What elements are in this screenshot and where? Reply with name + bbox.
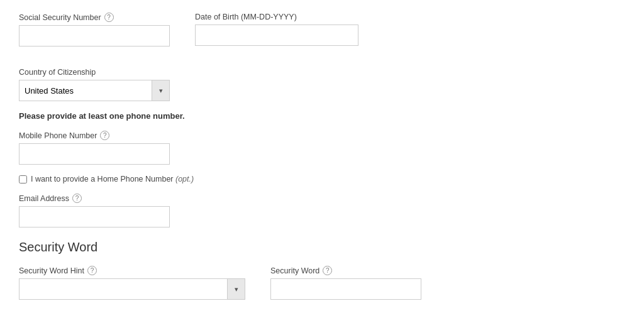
email-help-icon[interactable]: ? (72, 194, 82, 203)
security-word-label: Security Word ? (270, 266, 421, 275)
security-word-group: Security Word ? (270, 266, 421, 300)
dob-input[interactable] (195, 25, 358, 46)
phone-instruction: Please provide at least one phone number… (19, 111, 625, 121)
security-word-help-icon[interactable]: ? (323, 266, 332, 275)
ssn-dob-row: Social Security Number ? Date of Birth (… (19, 13, 625, 57)
security-hint-label: Security Word Hint ? (19, 266, 245, 275)
citizenship-group: Country of Citizenship United States Can… (19, 68, 625, 101)
home-phone-label: I want to provide a Home Phone Number (o… (31, 175, 194, 183)
form-container: Social Security Number ? Date of Birth (… (19, 13, 625, 310)
security-word-title: Security Word (19, 240, 625, 255)
email-label: Email Address ? (19, 194, 625, 203)
mobile-phone-group: Mobile Phone Number ? (19, 131, 625, 165)
ssn-group: Social Security Number ? (19, 13, 170, 47)
home-phone-checkbox[interactable] (19, 175, 27, 183)
ssn-help-icon[interactable]: ? (104, 13, 114, 22)
citizenship-label: Country of Citizenship (19, 68, 625, 77)
security-hint-select[interactable] (19, 279, 245, 299)
dob-label: Date of Birth (MM-DD-YYYY) (195, 13, 358, 21)
email-group: Email Address ? (19, 194, 625, 227)
security-word-input[interactable] (270, 278, 421, 300)
ssn-label: Social Security Number ? (19, 13, 170, 22)
security-row: Security Word Hint ? ▾ Security Word ? (19, 266, 625, 310)
security-word-section: Security Word Security Word Hint ? ▾ S (19, 240, 625, 310)
email-input[interactable] (19, 206, 170, 227)
mobile-phone-help-icon[interactable]: ? (100, 131, 109, 140)
citizenship-select-wrapper[interactable]: United States Canada Other ▾ (19, 80, 170, 101)
security-hint-group: Security Word Hint ? ▾ (19, 266, 245, 300)
security-hint-help-icon[interactable]: ? (87, 266, 97, 275)
dob-group: Date of Birth (MM-DD-YYYY) (195, 13, 358, 47)
home-phone-checkbox-row: I want to provide a Home Phone Number (o… (19, 175, 625, 183)
mobile-phone-label: Mobile Phone Number ? (19, 131, 625, 140)
security-hint-select-wrapper[interactable]: ▾ (19, 278, 245, 300)
citizenship-select[interactable]: United States Canada Other (19, 80, 169, 101)
mobile-phone-input[interactable] (19, 143, 170, 165)
ssn-input[interactable] (19, 25, 170, 47)
